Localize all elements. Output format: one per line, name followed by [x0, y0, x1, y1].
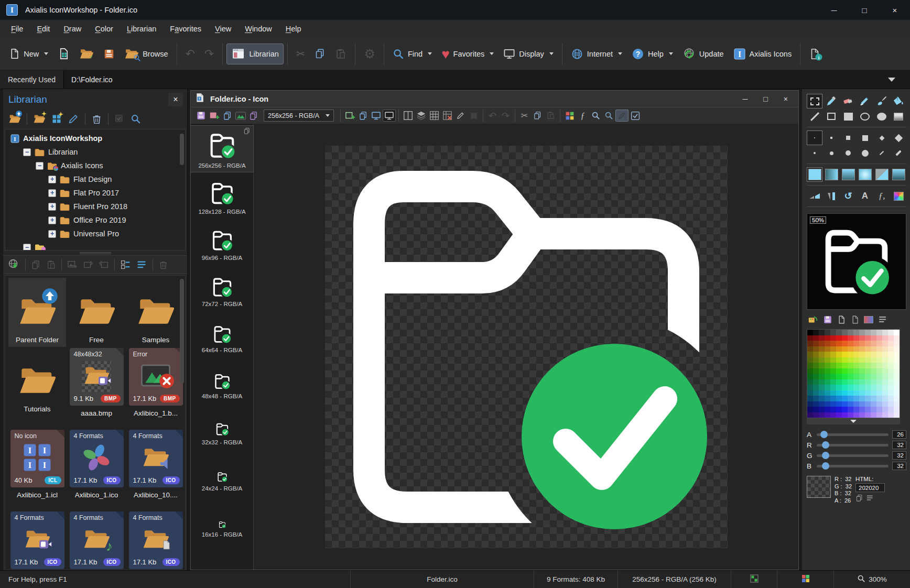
palette-color[interactable]	[836, 401, 842, 407]
palette-color[interactable]	[871, 368, 876, 374]
browser-folder-parent-folder[interactable]: Parent Folder	[8, 278, 66, 347]
palette-color[interactable]	[876, 412, 882, 418]
palette-color[interactable]	[825, 368, 830, 374]
format-item-48x48[interactable]: 48x48 - RGB/A	[191, 356, 253, 402]
palette-color[interactable]	[894, 330, 900, 335]
palette-color[interactable]	[842, 385, 848, 390]
palette-color[interactable]	[842, 363, 848, 368]
gradient-icon[interactable]	[864, 316, 873, 323]
palette-color[interactable]	[865, 385, 871, 390]
copy-html-icon[interactable]	[855, 494, 863, 503]
palette-color[interactable]	[871, 330, 876, 335]
menu-draw[interactable]: Draw	[57, 22, 88, 36]
toolbar-help-button[interactable]: ?Help	[627, 43, 678, 64]
palette-color[interactable]	[882, 346, 888, 352]
palette-color[interactable]	[882, 335, 888, 341]
palette-color[interactable]	[859, 412, 865, 418]
delete-button[interactable]	[158, 260, 168, 270]
palette-color[interactable]	[825, 390, 830, 396]
palette-color[interactable]	[848, 363, 853, 368]
browser-file[interactable]: 4 Formats 17.1 Kb ICO	[127, 510, 185, 570]
palette-color[interactable]	[848, 412, 853, 418]
close-button[interactable]: ×	[880, 0, 910, 20]
palette-color[interactable]	[888, 346, 894, 352]
palette-color[interactable]	[871, 385, 876, 390]
document-close-button[interactable]: ×	[784, 95, 788, 103]
palette-color[interactable]	[871, 379, 876, 385]
brush-tool[interactable]	[874, 94, 890, 108]
palette-color[interactable]	[853, 374, 859, 379]
size-diamond-2-tool[interactable]	[891, 130, 906, 145]
format-item-72x72[interactable]: 72x72 - RGB/A	[191, 264, 253, 310]
palette-color[interactable]	[825, 401, 830, 407]
palette-color[interactable]	[819, 396, 825, 401]
slider-value[interactable]: 26	[892, 430, 906, 439]
palette-color[interactable]	[882, 352, 888, 357]
palette-color[interactable]	[848, 390, 853, 396]
slider-track[interactable]	[817, 465, 889, 467]
palette-color[interactable]	[825, 374, 830, 379]
toolbar-open-button[interactable]	[74, 42, 99, 66]
palette-color[interactable]	[876, 390, 882, 396]
palette-color[interactable]	[882, 374, 888, 379]
palette-color[interactable]	[819, 407, 825, 412]
fill-gradient-h-tool[interactable]	[824, 167, 839, 182]
palette-color[interactable]	[825, 407, 830, 412]
slider-knob[interactable]	[820, 431, 828, 438]
palette-color[interactable]	[819, 330, 825, 335]
palette-color[interactable]	[807, 374, 813, 379]
toolbar-display-button[interactable]: Display	[499, 43, 558, 64]
doc-tool-redo-button[interactable]: ↷	[499, 110, 512, 122]
palette-color[interactable]	[830, 412, 836, 418]
palette-color[interactable]	[888, 379, 894, 385]
menu-view[interactable]: View	[208, 22, 238, 36]
new-library-button[interactable]	[51, 114, 62, 124]
palette-color[interactable]	[865, 335, 871, 341]
browser-folder-tutorials[interactable]: Tutorials	[8, 347, 66, 416]
palette-color[interactable]	[888, 330, 894, 335]
toolbar-favorites-button[interactable]: ♥Favorites	[437, 45, 499, 63]
palette-color[interactable]	[888, 357, 894, 363]
format-item-16x16[interactable]: 16x16 - RGB/A	[191, 495, 253, 541]
palette-color[interactable]	[819, 385, 825, 390]
dropdown-caret-icon[interactable]	[490, 52, 494, 55]
slider-knob[interactable]	[822, 452, 829, 459]
palette-color[interactable]	[848, 396, 853, 401]
palette-color[interactable]	[813, 379, 819, 385]
palette-color[interactable]	[807, 352, 813, 357]
palette-color[interactable]	[888, 401, 894, 407]
palette-color[interactable]	[848, 407, 853, 412]
palette-color[interactable]	[842, 396, 848, 401]
doc-tool-display-button[interactable]	[370, 110, 383, 122]
palette-color[interactable]	[876, 335, 882, 341]
toolbar-copy-button[interactable]	[310, 44, 330, 63]
palette-color[interactable]	[876, 368, 882, 374]
copy-button[interactable]	[31, 260, 41, 270]
palette-color[interactable]	[842, 379, 848, 385]
palette-color[interactable]	[842, 335, 848, 341]
palette-color[interactable]	[842, 341, 848, 346]
size-square-3-tool[interactable]	[840, 130, 856, 145]
slider-knob[interactable]	[822, 462, 829, 470]
format-selector-dropdown[interactable]: 256x256 - RGB/A	[264, 110, 334, 122]
palette-color[interactable]	[819, 379, 825, 385]
palette-color[interactable]	[888, 396, 894, 401]
palette-color[interactable]	[842, 368, 848, 374]
color-picker-tool[interactable]	[824, 94, 839, 108]
palette-color[interactable]	[830, 330, 836, 335]
palette-color[interactable]	[848, 368, 853, 374]
palette-color[interactable]	[825, 412, 830, 418]
edit-button[interactable]	[68, 113, 79, 125]
palette-color[interactable]	[853, 379, 859, 385]
palette-color[interactable]	[865, 341, 871, 346]
rectangle-outline-tool[interactable]	[824, 109, 839, 124]
palette-color[interactable]	[830, 390, 836, 396]
doc-tool-grid-button[interactable]	[428, 110, 441, 122]
tree-item-axialis-icons[interactable]: −Axialis Icons	[5, 159, 185, 172]
palette-color[interactable]	[871, 401, 876, 407]
palette-color[interactable]	[876, 341, 882, 346]
palette-color[interactable]	[894, 363, 900, 368]
palette-color[interactable]	[836, 330, 842, 335]
tree-item-office-pro-2019[interactable]: +Office Pro 2019	[5, 213, 185, 227]
librarian-close-button[interactable]: ×	[168, 93, 183, 106]
